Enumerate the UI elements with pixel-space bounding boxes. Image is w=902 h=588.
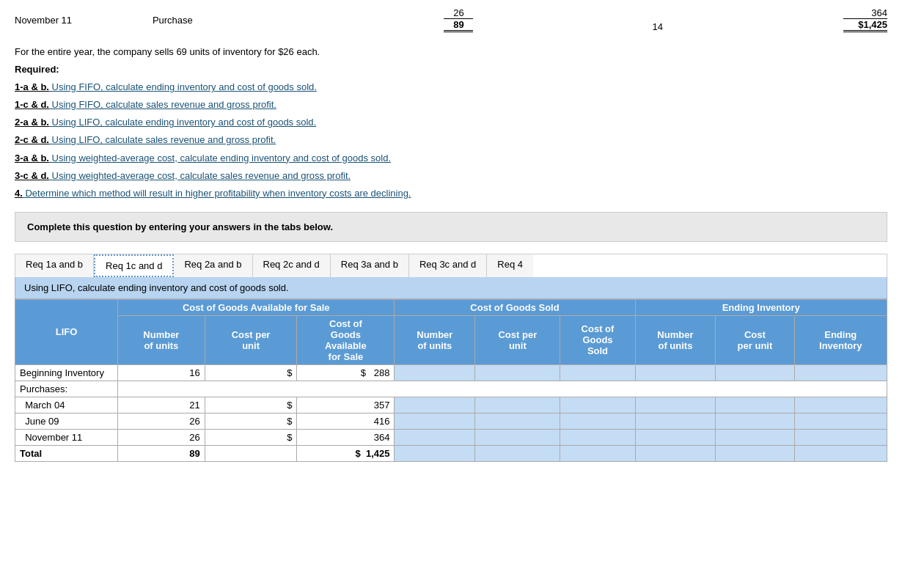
row-march-sold-units-input[interactable] — [395, 397, 475, 413]
req-1ab-label: 1-a & b. — [15, 81, 49, 92]
tab-req2cd[interactable]: Req 2c and d — [253, 254, 331, 277]
row-march-end-cost-input[interactable] — [716, 397, 794, 413]
row-total-units: 89 — [118, 445, 205, 461]
row-beg-inv-sold-cost-input[interactable] — [475, 364, 560, 381]
row-nov-label: November 11 — [15, 429, 118, 445]
tab-req3ab[interactable]: Req 3a and b — [331, 254, 409, 277]
tab-req2ab[interactable]: Req 2a and b — [174, 254, 252, 277]
table-row: March 04 21 $ 357 — [15, 397, 887, 413]
col-group-sold: Cost of Goods Sold — [395, 299, 635, 315]
row-nov-end-inv-input[interactable] — [794, 429, 887, 445]
row-beg-inv-sold-total-input[interactable] — [560, 364, 635, 381]
sub-hdr-avail-cost: Cost perunit — [205, 315, 297, 364]
req-1cd-text: Using FIFO, calculate sales revenue and … — [49, 99, 276, 110]
table-row: November 11 26 $ 364 — [15, 429, 887, 445]
tab-req4[interactable]: Req 4 — [487, 254, 533, 277]
row-beg-inv-end-inv-input[interactable] — [794, 364, 887, 381]
row-june-sold-cost-input[interactable] — [475, 413, 560, 429]
row-june-sold-units-input[interactable] — [395, 413, 475, 429]
row-beg-inv-units: 16 — [118, 364, 205, 381]
row-june-end-units-input[interactable] — [635, 413, 716, 429]
row-nov-sold-total-input[interactable] — [560, 429, 635, 445]
row-june-cost-sign: $ — [205, 413, 297, 429]
col-lifo: LIFO — [15, 299, 118, 364]
row-march-avail: 357 — [297, 397, 395, 413]
req-3ab-label: 3-a & b. — [15, 152, 49, 163]
row-march-units: 21 — [118, 397, 205, 413]
row-beg-inv-avail: $ 288 — [297, 364, 395, 381]
row-total-label: Total — [15, 445, 118, 461]
req-2cd-text: Using LIFO, calculate sales revenue and … — [49, 134, 276, 145]
row-march-sold-cost-input[interactable] — [475, 397, 560, 413]
row-june-avail: 416 — [297, 413, 395, 429]
req-3ab-text: Using weighted-average cost, calculate e… — [49, 152, 391, 163]
row-total-sold-total-input[interactable] — [560, 445, 635, 461]
row-total-sold-units-input[interactable] — [395, 445, 475, 461]
col-group-ending: Ending Inventory — [635, 299, 887, 315]
purchases-header-label: Purchases: — [15, 381, 118, 397]
lifo-table: LIFO Cost of Goods Available for Sale Co… — [15, 299, 887, 462]
row-total-end-cost-input[interactable] — [716, 445, 794, 461]
row-march-label: March 04 — [15, 397, 118, 413]
row-june-units: 26 — [118, 413, 205, 429]
intro-line1: For the entire year, the company sells 6… — [15, 44, 887, 60]
sub-hdr-end-cost: Costper unit — [716, 315, 794, 364]
table-row: June 09 26 $ 416 — [15, 413, 887, 429]
sub-hdr-sold-total: Cost ofGoodsSold — [560, 315, 635, 364]
row-june-sold-total-input[interactable] — [560, 413, 635, 429]
row-nov-end-cost-input[interactable] — [716, 429, 794, 445]
sub-hdr-avail-total: Cost ofGoodsAvailablefor Sale — [297, 315, 395, 364]
nov11-type: Purchase — [153, 7, 306, 32]
nov11-col1-val2: 89 — [444, 19, 473, 32]
req-4-text: Determine which method will result in hi… — [23, 188, 411, 199]
nov11-col2-num: 14 — [612, 7, 703, 32]
sub-hdr-sold-cost: Cost perunit — [475, 315, 560, 364]
row-beg-inv-label: Beginning Inventory — [15, 364, 118, 381]
row-beg-inv-end-units-input[interactable] — [635, 364, 716, 381]
row-march-end-units-input[interactable] — [635, 397, 716, 413]
row-beg-inv-cost-sign: $ — [205, 364, 297, 381]
table-row: Beginning Inventory 16 $ $ 288 — [15, 364, 887, 381]
table-row: Purchases: — [15, 381, 887, 397]
required-label: Required: — [15, 64, 59, 75]
req-1ab-text: Using FIFO, calculate ending inventory a… — [49, 81, 317, 92]
row-march-sold-total-input[interactable] — [560, 397, 635, 413]
row-beg-inv-sold-units-input[interactable] — [395, 364, 475, 381]
req-2ab-label: 2-a & b. — [15, 117, 49, 128]
table-row-total: Total 89 $ 1,425 — [15, 445, 887, 461]
row-nov-end-units-input[interactable] — [635, 429, 716, 445]
row-march-end-inv-input[interactable] — [794, 397, 887, 413]
tab-req1ab[interactable]: Req 1a and b — [15, 254, 94, 277]
req-4-label: 4. — [15, 188, 23, 199]
tab-content-header: Using LIFO, calculate ending inventory a… — [15, 277, 887, 299]
nov11-col3-val2: $1,425 — [843, 19, 887, 32]
row-june-label: June 09 — [15, 413, 118, 429]
row-beg-inv-end-cost-input[interactable] — [716, 364, 794, 381]
row-total-cost-sign — [205, 445, 297, 461]
instruction-box: Complete this question by entering your … — [15, 212, 887, 242]
row-total-end-units-input[interactable] — [635, 445, 716, 461]
row-total-avail: $ 1,425 — [297, 445, 395, 461]
nov11-col3-val1: 364 — [843, 7, 887, 19]
row-nov-units: 26 — [118, 429, 205, 445]
sub-hdr-end-inv: EndingInventory — [794, 315, 887, 364]
nov11-col1-val1: 26 — [444, 7, 473, 19]
req-3cd-text: Using weighted-average cost, calculate s… — [49, 170, 351, 181]
row-nov-sold-cost-input[interactable] — [475, 429, 560, 445]
row-nov-sold-units-input[interactable] — [395, 429, 475, 445]
row-nov-cost-sign: $ — [205, 429, 297, 445]
tab-req1cd[interactable]: Req 1c and d — [94, 254, 174, 277]
sub-hdr-end-units: Numberof units — [635, 315, 716, 364]
tabs-container: Req 1a and b Req 1c and d Req 2a and b R… — [15, 254, 887, 277]
row-june-end-inv-input[interactable] — [794, 413, 887, 429]
sub-hdr-sold-units: Numberof units — [395, 315, 475, 364]
row-nov-avail: 364 — [297, 429, 395, 445]
req-2cd-label: 2-c & d. — [15, 134, 49, 145]
req-3cd-label: 3-c & d. — [15, 170, 49, 181]
row-june-end-cost-input[interactable] — [716, 413, 794, 429]
nov11-label: November 11 — [15, 7, 153, 32]
row-march-cost-sign: $ — [205, 397, 297, 413]
tab-req3cd[interactable]: Req 3c and d — [409, 254, 487, 277]
row-total-sold-cost-input[interactable] — [475, 445, 560, 461]
row-total-end-inv-input[interactable] — [794, 445, 887, 461]
